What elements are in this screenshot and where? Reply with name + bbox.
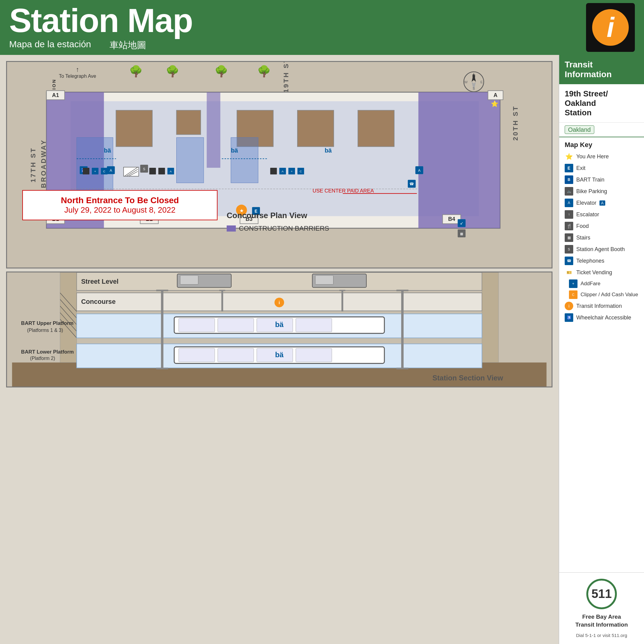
notice-dates: July 29, 2022 to August 8, 2022 (29, 205, 211, 215)
svg-text:bä: bä (104, 147, 111, 154)
svg-text:☎: ☎ (409, 182, 414, 186)
info-icon: i (592, 9, 629, 46)
construction-barriers-label: CONSTRUCTION BARRIERS (239, 225, 329, 232)
legend-purple-box (227, 225, 236, 232)
key-addfare: + AddFare (563, 278, 640, 289)
key-telephones-label: Telephones (576, 258, 604, 264)
svg-rect-13 (177, 110, 201, 135)
key-telephones: ☎ Telephones (563, 255, 640, 267)
svg-text:A: A (418, 168, 420, 173)
svg-text:B4: B4 (448, 216, 455, 222)
key-elevator-icon: A (565, 199, 573, 207)
key-bike-icon: 🚲 (565, 187, 573, 196)
sidebar-transit-header: Transit Information (559, 55, 644, 84)
svg-text:Station Section View: Station Section View (432, 374, 503, 382)
key-wheelchair-icon: ♿ (565, 313, 573, 322)
svg-rect-18 (177, 138, 204, 183)
notice-title: North Entrance To Be Closed (29, 196, 211, 205)
svg-rect-15 (297, 110, 334, 147)
key-ticket-label: Ticket Vending (576, 269, 612, 276)
construction-barrier-legend: CONSTRUCTION BARRIERS (227, 225, 329, 232)
key-addfare-icon: + (569, 279, 577, 288)
svg-text:bä: bä (275, 321, 284, 329)
svg-rect-16 (358, 110, 394, 147)
svg-rect-106 (296, 318, 332, 332)
key-elevator-a-badge: A (599, 200, 605, 206)
key-bart-icon: B (565, 175, 573, 184)
key-star-icon: ⭐ (565, 152, 573, 161)
svg-rect-10 (418, 92, 500, 228)
svg-rect-103 (179, 318, 215, 332)
concourse-plan: N S E W 17TH ST BROADWAY 19TH ST 20TH ST… (6, 61, 552, 268)
key-elevator: A Elevator A (563, 197, 640, 209)
station-name-text: 19th Street/OaklandStation (565, 89, 608, 117)
notice-box: North Entrance To Be Closed July 29, 202… (22, 190, 218, 220)
svg-rect-90 (315, 275, 333, 285)
svg-rect-110 (218, 348, 254, 362)
key-addfare-label: AddFare (581, 281, 600, 287)
svg-text:USE CENTER PAID AREA: USE CENTER PAID AREA (313, 188, 374, 194)
header: Station Map Mapa de la estación 車站地圖 i (0, 0, 644, 55)
key-clipper-label: Clipper / Add Cash Value (581, 292, 638, 298)
key-transit-info-label: Transit Information (576, 303, 622, 309)
key-wheelchair: ♿ Wheelchair Accessible (563, 312, 640, 323)
svg-text:bä: bä (231, 147, 238, 154)
header-logo: i (586, 3, 635, 52)
sidebar-511: 511 Free Bay AreaTransit Information Dia… (559, 572, 644, 644)
svg-text:bä: bä (325, 147, 332, 154)
concourse-plan-view-label: Concourse Plan View (227, 211, 307, 220)
svg-text:⭐: ⭐ (491, 100, 498, 107)
key-items: ⭐ You Are Here E Exit B BART Train 🚲 Bik… (559, 151, 644, 572)
svg-text:▦: ▦ (460, 232, 463, 236)
svg-rect-63 (83, 168, 89, 174)
key-you-are-here-label: You Are Here (576, 153, 609, 160)
sidebar-city: Oakland (559, 123, 644, 137)
key-stairs: ▦ Stairs (563, 232, 640, 243)
key-bart-label: BART Train (576, 177, 604, 183)
svg-text:C: C (300, 170, 302, 173)
svg-text:i: i (279, 300, 280, 305)
key-food-icon: 🍴 (565, 222, 573, 230)
svg-rect-11 (207, 92, 221, 168)
section-view: Street Level Concourse (6, 272, 552, 387)
svg-rect-17 (77, 138, 113, 192)
page-container: Station Map Mapa de la estación 車站地圖 i (0, 0, 644, 644)
key-agent-icon: S (565, 245, 573, 254)
key-exit-icon: E (565, 164, 573, 172)
sidebar: Transit Information 19th Street/OaklandS… (559, 55, 644, 644)
svg-text:A: A (110, 168, 112, 173)
subtitle-spanish: Mapa de la estación (9, 39, 91, 52)
key-clipper: C Clipper / Add Cash Value (563, 289, 640, 300)
dial-511-text: Dial 5-1-1 or visit 511.org (576, 633, 627, 638)
svg-rect-112 (296, 348, 332, 362)
svg-rect-109 (179, 348, 215, 362)
key-ticket-vending: 🎫 Ticket Vending (563, 267, 640, 278)
svg-text:Concourse: Concourse (81, 298, 116, 305)
svg-text:A: A (494, 92, 498, 98)
svg-rect-69 (158, 168, 165, 174)
svg-text:(Platforms 1 & 3): (Platforms 1 & 3) (27, 328, 63, 333)
key-stairs-label: Stairs (576, 235, 590, 241)
svg-text:BART Lower Platform: BART Lower Platform (21, 349, 74, 355)
map-area: N S E W 17TH ST BROADWAY 19TH ST 20TH ST… (0, 55, 559, 644)
svg-marker-94 (482, 272, 498, 362)
city-badge: Oakland (565, 125, 594, 134)
key-bike-label: Bike Parking (576, 188, 607, 195)
key-escalator-icon: ↑ (565, 210, 573, 219)
key-stairs-icon: ▦ (565, 233, 573, 242)
svg-text:C: C (103, 170, 105, 173)
svg-text:A: A (170, 170, 172, 173)
key-exit-label: Exit (576, 165, 585, 171)
logo-511-text: 511 (592, 587, 612, 601)
svg-rect-12 (116, 110, 152, 147)
page-title: Station Map (9, 4, 586, 37)
key-you-are-here: ⭐ You Are Here (563, 151, 640, 162)
key-station-agent: S Station Agent Booth (563, 243, 640, 255)
key-station-agent-label: Station Agent Booth (576, 246, 625, 253)
svg-text:(Platform 2): (Platform 2) (30, 356, 55, 361)
key-exit: E Exit (563, 162, 640, 174)
subtitle-chinese: 車站地圖 (110, 39, 146, 52)
key-bart-train: B BART Train (563, 174, 640, 185)
svg-text:+: + (94, 170, 96, 173)
key-food: 🍴 Food (563, 220, 640, 232)
